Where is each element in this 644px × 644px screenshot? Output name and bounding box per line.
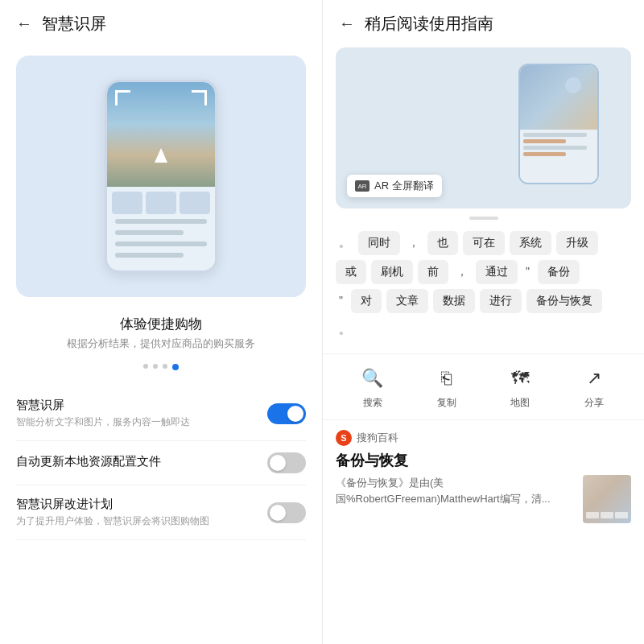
copy-icon: ⎗ — [432, 364, 461, 393]
word-tag[interactable]: 或 — [336, 260, 366, 284]
settings-item-update: 自动更新本地资源配置文件 — [16, 441, 306, 485]
carousel-dots — [0, 364, 322, 370]
search-label: 搜索 — [363, 396, 382, 410]
thumb-bar-item — [586, 512, 599, 518]
word-tag[interactable]: 备份与恢复 — [526, 289, 602, 313]
word-tag[interactable]: " — [336, 289, 346, 313]
search-source: S 搜狗百科 — [336, 430, 631, 446]
word-tag[interactable]: ， — [405, 231, 423, 255]
right-illustration: AR AR 全屏翻译 — [336, 47, 631, 208]
word-tag[interactable]: ， — [453, 260, 471, 284]
action-copy[interactable]: ⎗ 复制 — [432, 364, 461, 410]
ar-badge-label: AR 全屏翻译 — [374, 179, 434, 193]
word-row-3: " 对 文章 数据 进行 备份与恢复 — [336, 289, 631, 313]
phone-text-line — [115, 242, 207, 246]
card-text: 《备份与恢复》是由(美国%RobertGFreeman)MatthewHart编… — [336, 475, 575, 523]
toggle-zhihui[interactable] — [267, 403, 306, 424]
ar-icon: AR — [355, 180, 369, 192]
word-tag[interactable]: 数据 — [433, 289, 475, 313]
settings-item-name-2: 自动更新本地资源配置文件 — [16, 454, 161, 469]
card-thumbnail — [583, 475, 631, 523]
phone-card-row — [112, 192, 210, 214]
settings-list: 智慧识屏 智能分析文字和图片，服务内容一触即达 自动更新本地资源配置文件 智慧识… — [0, 386, 322, 644]
left-back-button[interactable]: ← — [16, 14, 32, 33]
card-title: 备份与恢复 — [336, 451, 631, 470]
ar-badge[interactable]: AR AR 全屏翻译 — [347, 175, 442, 197]
right-phone-bottom — [520, 130, 597, 183]
phone-card-item — [112, 192, 142, 214]
word-tag[interactable]: 对 — [351, 289, 382, 313]
dot-3[interactable] — [163, 364, 167, 369]
thumb-bar-item — [601, 512, 613, 518]
word-tag[interactable]: 前 — [418, 260, 448, 284]
sogou-icon: S — [336, 430, 352, 446]
left-panel: ← 智慧识屏 体验便捷购物 根据分析结果，提供对应商品的购买服务 — [0, 0, 322, 644]
action-search[interactable]: 🔍 搜索 — [358, 364, 387, 410]
sailboat-icon — [155, 148, 167, 163]
word-tag[interactable]: 文章 — [386, 289, 428, 313]
right-back-button[interactable]: ← — [339, 14, 355, 33]
word-tag[interactable]: 系统 — [510, 231, 551, 255]
phone-circle — [565, 77, 581, 93]
word-tag[interactable]: " — [522, 260, 533, 284]
phone-screen-bottom — [107, 187, 215, 270]
phone-card-item — [180, 192, 210, 214]
phone-text-line — [115, 219, 207, 224]
toggle-update[interactable] — [267, 452, 306, 473]
right-phone-top — [520, 65, 597, 130]
scan-corners — [115, 90, 207, 179]
left-illustration — [16, 56, 306, 297]
drag-handle[interactable] — [469, 217, 498, 220]
search-card[interactable]: S 搜狗百科 备份与恢复 《备份与恢复》是由(美国%RobertGFreeman… — [323, 420, 644, 533]
word-tag[interactable]: 。 — [336, 231, 353, 255]
word-tags-area: 。 同时 ， 也 可在 系统 升级 或 刷机 前 ， 通过 " 备份 " 对 文… — [323, 225, 644, 353]
action-buttons: 🔍 搜索 ⎗ 复制 🗺 地图 ↗ 分享 — [323, 353, 644, 420]
right-phone-line — [523, 146, 587, 150]
settings-item-desc-1: 智能分析文字和图片，服务内容一触即达 — [16, 415, 190, 429]
word-tag[interactable]: 也 — [427, 231, 458, 255]
dot-4-active[interactable] — [172, 364, 179, 370]
word-tag[interactable]: 可在 — [463, 231, 505, 255]
phone-card-item — [146, 192, 176, 214]
left-page-title: 智慧识屏 — [42, 13, 106, 35]
word-tag[interactable]: 升级 — [556, 231, 598, 255]
right-phone-line-med2 — [523, 152, 566, 156]
settings-item-name-3: 智慧识屏改进计划 — [16, 497, 209, 512]
right-panel: ← 稍后阅读使用指南 AR AR 全屏翻译 。 同时 ， — [322, 0, 644, 644]
settings-item-improve: 智慧识屏改进计划 为了提升用户体验，智慧识屏会将识图购物图 — [16, 485, 306, 540]
right-phone-line — [523, 133, 587, 137]
settings-item-zhihui: 智慧识屏 智能分析文字和图片，服务内容一触即达 — [16, 386, 306, 441]
share-label: 分享 — [584, 396, 604, 410]
feature-title: 体验便捷购物 — [16, 315, 306, 333]
map-icon: 🗺 — [506, 364, 535, 393]
word-tag[interactable]: 进行 — [480, 289, 522, 313]
toggle-improve[interactable] — [267, 502, 306, 523]
left-header: ← 智慧识屏 — [0, 0, 322, 47]
map-label: 地图 — [510, 396, 530, 410]
phone-text-line-short — [115, 230, 184, 235]
word-row-1: 。 同时 ， 也 可在 系统 升级 — [336, 231, 631, 255]
content-area[interactable]: 。 同时 ， 也 可在 系统 升级 或 刷机 前 ， 通过 " 备份 " 对 文… — [323, 208, 644, 644]
settings-item-name-1: 智慧识屏 — [16, 398, 190, 413]
word-tag[interactable]: 。 — [336, 318, 353, 342]
right-phone-mock — [518, 64, 599, 184]
action-map[interactable]: 🗺 地图 — [506, 364, 535, 410]
word-tag[interactable]: 刷机 — [371, 260, 413, 284]
search-icon: 🔍 — [358, 364, 387, 393]
word-tag[interactable]: 备份 — [538, 260, 580, 284]
action-share[interactable]: ↗ 分享 — [580, 364, 609, 410]
card-body: 《备份与恢复》是由(美国%RobertGFreeman)MatthewHart编… — [336, 475, 631, 523]
thumb-bar — [586, 512, 628, 518]
word-tag[interactable]: 通过 — [476, 260, 518, 284]
source-name: 搜狗百科 — [357, 431, 398, 445]
dot-2[interactable] — [153, 364, 158, 369]
toggle-knob-1 — [287, 406, 303, 422]
phone-text-line-short — [115, 253, 184, 258]
phone-mockup — [105, 80, 217, 273]
right-page-title: 稍后阅读使用指南 — [365, 13, 493, 35]
settings-item-desc-3: 为了提升用户体验，智慧识屏会将识图购物图 — [16, 514, 209, 528]
phone-screen-top — [107, 82, 215, 187]
dot-1[interactable] — [143, 364, 148, 369]
share-icon: ↗ — [580, 364, 609, 393]
word-tag[interactable]: 同时 — [358, 231, 400, 255]
